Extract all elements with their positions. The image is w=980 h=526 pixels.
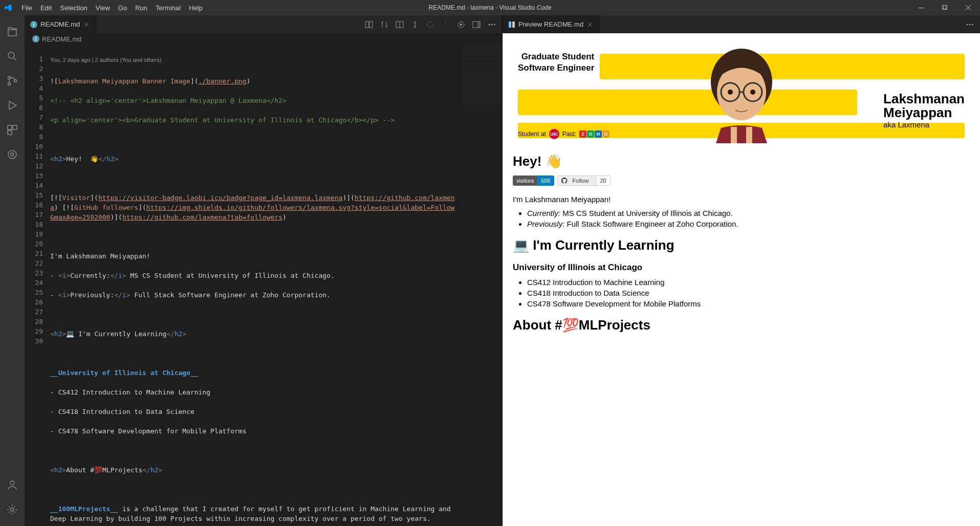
menu-go[interactable]: Go [114,2,131,14]
code-editor[interactable]: 1234567891011121314151617181920212223242… [25,45,502,526]
line-gutter: 1234567891011121314151617181920212223242… [25,45,50,526]
editor-group-preview: Preview README.md Graduate Student [502,15,980,526]
past-label: Past: [562,130,576,138]
hey-heading: Hey! 👋 [513,154,970,169]
run-debug-icon[interactable] [0,93,25,118]
svg-point-33 [972,24,973,25]
banner-image: Graduate Student Software Engineer [503,33,980,143]
minimap[interactable] [461,45,502,106]
info-file-icon: i [32,35,40,43]
svg-text:i: i [33,22,35,28]
close-icon [966,5,971,10]
svg-point-13 [11,508,14,511]
next-change-icon[interactable] [442,20,450,29]
svg-rect-30 [512,21,515,28]
close-button[interactable] [956,0,980,15]
list-item: CS478 Software Development for Mobile Pl… [527,299,970,308]
split-right-icon[interactable] [472,20,481,29]
menu-run[interactable]: Run [131,2,151,14]
avatar-illustration [690,36,793,143]
menu-view[interactable]: View [92,2,114,14]
tab-label: Preview README.md [518,20,583,28]
menu-file[interactable]: File [17,2,36,14]
compare-icon[interactable] [380,20,388,29]
gitlens-icon[interactable] [0,142,25,167]
banner-subtitle: Graduate Student [518,51,594,62]
search-icon[interactable] [0,44,25,69]
menu-terminal[interactable]: Terminal [151,2,185,14]
maximize-icon [942,5,947,10]
intro-text: I'm Lakshmanan Meiyappan! [513,195,970,204]
minimize-button[interactable] [909,0,933,15]
github-icon [561,178,568,184]
window-title: README.md - laxmena - Visual Studio Code [429,4,552,11]
activity-bar [0,15,25,526]
git-icon[interactable] [411,20,419,29]
uic-badge-icon: UIC [549,129,559,139]
svg-rect-29 [509,21,511,28]
svg-point-25 [491,24,493,25]
tab-label: README.md [40,20,80,28]
svg-point-20 [414,26,416,28]
codelens[interactable]: You, 2 days ago | 2 authors (You and oth… [50,54,456,67]
markdown-preview[interactable]: Graduate Student Software Engineer [503,33,980,526]
svg-point-3 [8,52,14,58]
tab-bar-left: i README.md [25,15,502,33]
uic-heading: University of Illinois at Chicago [513,262,970,273]
settings-icon[interactable] [0,497,25,522]
more-icon[interactable] [966,20,974,29]
svg-rect-2 [943,5,947,9]
tab-readme[interactable]: i README.md [25,15,96,33]
svg-point-24 [489,24,490,25]
zoho-logo-icon: ZOHO [579,130,609,138]
editor-group-source: i README.md i README.md [25,15,502,526]
open-preview-icon[interactable] [365,20,373,29]
visitors-badge[interactable]: visitors506 [513,176,554,186]
svg-point-6 [14,80,17,82]
info-file-icon: i [30,20,38,29]
more-icon[interactable] [488,20,496,29]
menu-selection[interactable]: Selection [56,2,91,14]
split-editor-icon[interactable] [396,20,404,29]
svg-point-4 [8,77,11,79]
svg-rect-17 [369,21,373,28]
svg-rect-1 [942,5,946,9]
breadcrumb-text: README.md [42,35,81,43]
banner-aka: aka Laxmena [883,120,965,129]
svg-point-39 [750,90,755,95]
svg-rect-7 [8,125,12,129]
extensions-icon[interactable] [0,118,25,142]
source-control-icon[interactable] [0,69,25,93]
svg-point-19 [414,21,416,24]
menu-help[interactable]: Help [185,2,207,14]
explorer-icon[interactable] [0,19,25,44]
svg-point-10 [8,150,16,159]
banner-subtitle: Software Engineer [518,62,594,74]
preview-file-icon [508,20,516,29]
maximize-button[interactable] [933,0,956,15]
tab-preview[interactable]: Preview README.md [503,15,600,33]
banner-name: Lakshmanan [883,92,965,106]
breadcrumb[interactable]: i README.md [25,33,502,45]
accounts-icon[interactable] [0,473,25,497]
list-item: Currently: MS CS Student at University o… [527,209,970,217]
svg-rect-9 [8,130,12,135]
svg-point-5 [8,83,11,85]
list-item: CS418 Introduction to Data Science [527,289,970,297]
svg-rect-23 [477,21,480,28]
close-tab-icon[interactable] [82,20,91,29]
svg-text:i: i [35,36,37,42]
code-content[interactable]: You, 2 days ago | 2 authors (You and oth… [50,45,502,526]
svg-point-32 [969,24,971,25]
close-tab-icon[interactable] [586,20,594,29]
menu-edit[interactable]: Edit [36,2,56,14]
banner-name: Meiyappan [883,106,965,120]
svg-point-38 [728,90,733,95]
list-item: Previously: Full Stack Software Engineer… [527,220,970,228]
student-at-label: Student at [518,130,546,138]
prev-change-icon[interactable] [426,20,434,29]
follow-badge[interactable]: Follow20 [557,176,611,186]
minimize-icon [919,8,924,8]
tab-bar-right: Preview README.md [503,15,980,33]
run-icon[interactable] [457,20,465,29]
